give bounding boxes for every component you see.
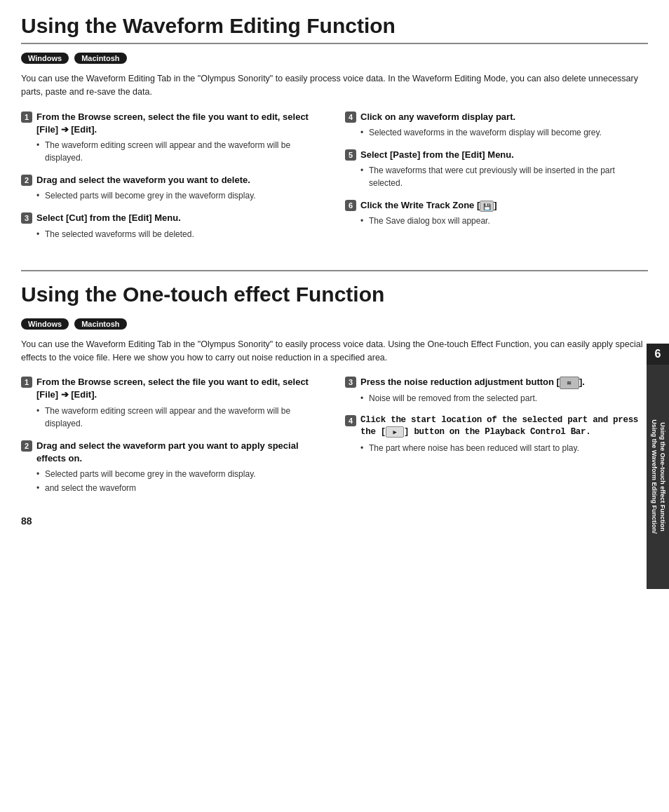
page-number: 88 [21,515,648,527]
step-1-3-header: 3 Select [Cut] from the [Edit] Menu. [21,212,324,224]
main-content: Using the Waveform Editing Function Wind… [21,0,648,527]
step-1-2-bullets: Selected parts will become grey in the w… [36,189,324,202]
step-1-2-title: Drag and select the waveform you want to… [36,174,250,187]
write-track-icon: 💾 [480,201,494,212]
section1-title: Using the Waveform Editing Function [21,14,648,44]
step-1-6-bullet-1: The Save dialog box will appear. [360,215,648,227]
section2-title: Using the One-touch effect Function [21,283,648,311]
step-2-1-bullet-1: The waveform editing screen will appear … [36,405,324,430]
step-2-1-header: 1 From the Browse screen, select the fil… [21,376,324,401]
badge-macintosh-2: Macintosh [74,318,126,330]
section1-intro: You can use the Waveform Editing Tab in … [21,72,648,100]
step-2-4-title: Click the start location of the selected… [360,414,648,439]
step-1-5-bullet-1: The waveforms that were cut previously w… [360,164,648,189]
step-1-5-header: 5 Select [Paste] from the [Edit] Menu. [345,149,648,161]
step-number-1: 1 [21,111,32,123]
step-1-2: 2 Drag and select the waveform you want … [21,174,324,202]
step-1-6: 6 Click the Write Track Zone [💾] The Sav… [345,199,648,227]
step-2-4-header: 4 Click the start location of the select… [345,414,648,439]
step-1-3-title: Select [Cut] from the [Edit] Menu. [36,212,181,224]
step-2-number-3: 3 [345,377,356,388]
step-2-number-2: 2 [21,440,32,452]
step-1-3-bullet-1: The selected waveforms will be deleted. [36,228,324,241]
step-2-1-bullets: The waveform editing screen will appear … [36,405,324,430]
step-1-2-bullet-1: Selected parts will become grey in the w… [36,189,324,202]
step-number-6: 6 [345,200,356,211]
play-icon: ▶ [386,426,404,438]
step-2-number-4: 4 [345,415,356,426]
step-1-3: 3 Select [Cut] from the [Edit] Menu. The… [21,212,324,240]
step-1-1: 1 From the Browse screen, select the fil… [21,111,324,164]
steps-left-col-2: 1 From the Browse screen, select the fil… [21,376,324,504]
badge-windows-2: Windows [21,318,69,330]
section-waveform: Using the Waveform Editing Function Wind… [21,14,648,257]
steps-grid-2: 1 From the Browse screen, select the fil… [21,376,648,504]
step-1-4-bullet-1: Selected waveforms in the waveform displ… [360,126,648,139]
step-2-2-bullet-2: and select the waveform [36,482,324,494]
step-2-3-bullet-1: Noise will be removed from the selected … [360,392,648,405]
step-1-6-header: 6 Click the Write Track Zone [💾] [345,199,648,212]
step-number-5: 5 [345,149,356,161]
step-1-6-bullets: The Save dialog box will appear. [360,215,648,227]
step-1-5-title: Select [Paste] from the [Edit] Menu. [360,149,514,161]
step-2-3-bullets: Noise will be removed from the selected … [360,392,648,405]
platform-badges-2: Windows Macintosh [21,318,648,330]
step-number-2: 2 [21,175,32,186]
step-number-4: 4 [345,111,356,123]
step-2-1: 1 From the Browse screen, select the fil… [21,376,324,429]
step-2-3-header: 3 Press the noise reduction adjustment b… [345,376,648,389]
step-1-5-bullets: The waveforms that were cut previously w… [360,164,648,189]
side-tab: Using the Waveform Editing Function/Usin… [647,365,669,589]
steps-right-col-2: 3 Press the noise reduction adjustment b… [345,376,648,504]
step-2-4-bullets: The part where noise has been reduced wi… [360,442,648,454]
step-2-1-title: From the Browse screen, select the file … [36,376,324,401]
step-2-2-bullets: Selected parts will become grey in the w… [36,468,324,494]
steps-grid-1: 1 From the Browse screen, select the fil… [21,111,648,250]
step-1-4-header: 4 Click on any waveform display part. [345,111,648,123]
section-onetouch: Using the One-touch effect Function Wind… [21,283,648,527]
step-2-2-title: Drag and select the waveform part you wa… [36,440,324,465]
step-1-5: 5 Select [Paste] from the [Edit] Menu. T… [345,149,648,189]
step-2-4: 4 Click the start location of the select… [345,414,648,454]
noise-icon: ≋ [560,377,579,389]
badge-windows-1: Windows [21,53,69,64]
step-1-4-title: Click on any waveform display part. [360,111,515,123]
step-2-3: 3 Press the noise reduction adjustment b… [345,376,648,405]
step-2-4-bullet-1: The part where noise has been reduced wi… [360,442,648,454]
step-1-4: 4 Click on any waveform display part. Se… [345,111,648,139]
step-1-4-bullets: Selected waveforms in the waveform displ… [360,126,648,139]
side-tab-number: 6 [647,344,669,365]
step-2-2-header: 2 Drag and select the waveform part you … [21,440,324,465]
step-number-3: 3 [21,212,32,224]
step-1-1-header: 1 From the Browse screen, select the fil… [21,111,324,136]
step-1-1-bullet-1: The waveform editing screen will appear … [36,139,324,164]
section2-intro: You can use the Waveform Editing Tab in … [21,338,648,365]
step-1-1-title: From the Browse screen, select the file … [36,111,324,136]
step-1-6-title: Click the Write Track Zone [💾] [360,199,497,212]
step-2-number-1: 1 [21,377,32,388]
step-2-2: 2 Drag and select the waveform part you … [21,440,324,494]
steps-left-col-1: 1 From the Browse screen, select the fil… [21,111,324,250]
badge-macintosh-1: Macintosh [74,53,126,64]
step-1-2-header: 2 Drag and select the waveform you want … [21,174,324,187]
platform-badges-1: Windows Macintosh [21,53,648,64]
side-tab-text: Using the Waveform Editing Function/Usin… [649,420,665,534]
step-2-2-bullet-1: Selected parts will become grey in the w… [36,468,324,480]
steps-right-col-1: 4 Click on any waveform display part. Se… [345,111,648,250]
step-1-3-bullets: The selected waveforms will be deleted. [36,228,324,241]
step-2-3-title: Press the noise reduction adjustment but… [360,376,585,389]
step-1-1-bullets: The waveform editing screen will appear … [36,139,324,164]
